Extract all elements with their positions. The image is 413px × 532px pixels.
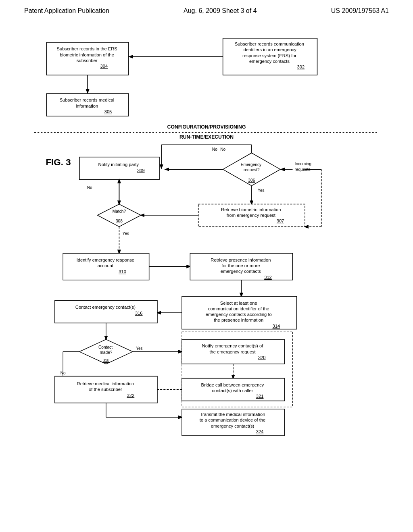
svg-text:Yes: Yes <box>258 188 265 193</box>
svg-text:RUN-TIME/EXECUTION: RUN-TIME/EXECUTION <box>179 134 234 140</box>
diagram-area: Subscriber records in the ERS biometric … <box>0 18 413 509</box>
page-header: Patent Application Publication Aug. 6, 2… <box>0 0 413 18</box>
svg-text:Yes: Yes <box>123 231 129 236</box>
flowchart-svg: Subscriber records in the ERS biometric … <box>0 18 413 509</box>
header-left: Patent Application Publication <box>24 7 109 15</box>
header-center: Aug. 6, 2009 Sheet 3 of 4 <box>184 7 257 15</box>
svg-text:Match?: Match? <box>113 209 126 214</box>
svg-text:Contact
      made?: Contact made? <box>98 345 114 354</box>
svg-rect-21 <box>79 157 159 180</box>
svg-text:Yes: Yes <box>136 346 143 351</box>
svg-text:No: No <box>220 147 225 152</box>
svg-text:No: No <box>212 147 217 152</box>
svg-text:306: 306 <box>248 178 255 183</box>
svg-text:308: 308 <box>116 219 123 223</box>
svg-text:Incoming: Incoming <box>295 162 311 166</box>
svg-text:CONFIGURATION/PROVISIONING: CONFIGURATION/PROVISIONING <box>167 124 246 130</box>
svg-text:No: No <box>87 185 92 190</box>
header-right: US 2009/197563 A1 <box>331 7 389 15</box>
svg-text:318: 318 <box>102 358 109 363</box>
svg-text:FIG. 3: FIG. 3 <box>46 157 71 167</box>
